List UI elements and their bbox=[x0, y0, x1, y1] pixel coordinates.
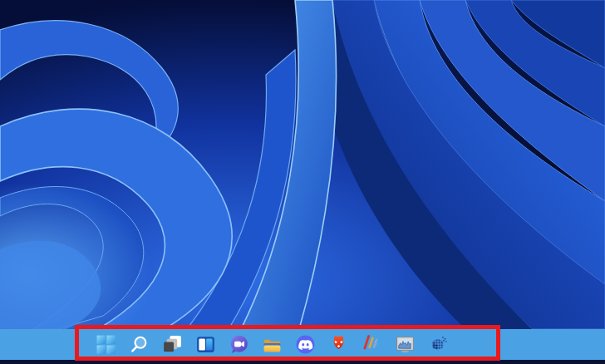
desktop-screen bbox=[0, 0, 605, 364]
windows-start-icon bbox=[96, 334, 116, 355]
search-button[interactable] bbox=[127, 332, 150, 357]
taskbar bbox=[0, 329, 605, 360]
desktop-wallpaper bbox=[0, 0, 605, 329]
video-chat-button[interactable] bbox=[227, 332, 250, 357]
brave-lion-icon bbox=[328, 334, 349, 355]
performance-monitor-button[interactable] bbox=[393, 332, 416, 357]
folder-icon bbox=[262, 334, 283, 355]
file-explorer-button[interactable] bbox=[260, 332, 283, 357]
brave-button[interactable] bbox=[327, 332, 350, 357]
task-view-button[interactable] bbox=[160, 332, 184, 357]
colored-pens-app-button[interactable] bbox=[360, 332, 383, 357]
widgets-icon bbox=[195, 334, 216, 355]
widgets-button[interactable] bbox=[194, 332, 217, 357]
task-view-icon bbox=[162, 334, 183, 355]
performance-chart-icon bbox=[395, 334, 416, 355]
screenshot-bottom-border bbox=[0, 360, 605, 364]
discord-icon bbox=[295, 334, 316, 355]
taskbar-pinned-icons bbox=[94, 329, 450, 360]
search-icon bbox=[129, 334, 150, 355]
video-camera-bubble-icon bbox=[229, 334, 249, 355]
pixel-cube-icon bbox=[428, 334, 449, 355]
pixel-cube-app-button[interactable] bbox=[426, 332, 450, 357]
colored-pens-icon bbox=[362, 334, 382, 355]
discord-button[interactable] bbox=[293, 332, 317, 357]
start-button[interactable] bbox=[94, 332, 117, 357]
